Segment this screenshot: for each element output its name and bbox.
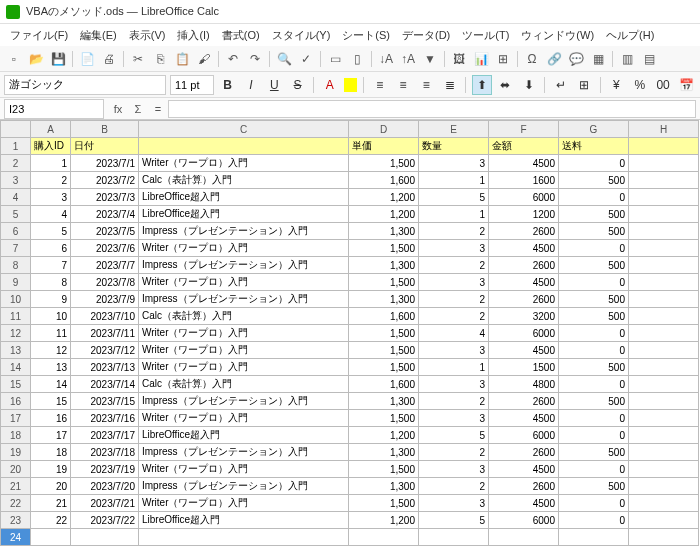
row-header[interactable]: 6: [1, 223, 31, 240]
cell[interactable]: Writer（ワープロ）入門: [139, 410, 349, 427]
column-icon[interactable]: ▯: [347, 49, 367, 69]
row-header[interactable]: 3: [1, 172, 31, 189]
cell[interactable]: 3: [419, 342, 489, 359]
col-header-C[interactable]: C: [139, 121, 349, 138]
row-header[interactable]: 2: [1, 155, 31, 172]
spreadsheet-grid[interactable]: ABCDEFGH1購入ID日付単価数量金額送料212023/7/1Writer（…: [0, 120, 700, 547]
row-header[interactable]: 11: [1, 308, 31, 325]
cell[interactable]: Writer（ワープロ）入門: [139, 495, 349, 512]
cell[interactable]: 10: [31, 308, 71, 325]
strikethrough-button[interactable]: S: [288, 75, 307, 95]
cell[interactable]: 4500: [489, 410, 559, 427]
cell[interactable]: 3: [419, 461, 489, 478]
cell[interactable]: 1,500: [349, 495, 419, 512]
cell[interactable]: 1,500: [349, 240, 419, 257]
row-header[interactable]: 18: [1, 427, 31, 444]
cell[interactable]: LibreOffice超入門: [139, 206, 349, 223]
cell[interactable]: 1,600: [349, 376, 419, 393]
row-header[interactable]: 7: [1, 240, 31, 257]
row-header[interactable]: 22: [1, 495, 31, 512]
cell[interactable]: 2600: [489, 444, 559, 461]
cell[interactable]: Impress（プレゼンテーション）入門: [139, 257, 349, 274]
save-icon[interactable]: 💾: [48, 49, 68, 69]
cell[interactable]: 2: [419, 308, 489, 325]
cell[interactable]: [629, 478, 699, 495]
cell[interactable]: Impress（プレゼンテーション）入門: [139, 478, 349, 495]
cell[interactable]: Impress（プレゼンテーション）入門: [139, 393, 349, 410]
cell[interactable]: 1: [419, 206, 489, 223]
cell[interactable]: 6000: [489, 325, 559, 342]
cell[interactable]: 2023/7/5: [71, 223, 139, 240]
cell[interactable]: [629, 257, 699, 274]
cell[interactable]: [629, 444, 699, 461]
row-header[interactable]: 15: [1, 376, 31, 393]
paste-icon[interactable]: 📋: [172, 49, 192, 69]
underline-button[interactable]: U: [265, 75, 284, 95]
cell[interactable]: 2023/7/14: [71, 376, 139, 393]
cell[interactable]: 0: [559, 189, 629, 206]
cell[interactable]: 0: [559, 155, 629, 172]
cell[interactable]: 7: [31, 257, 71, 274]
cell[interactable]: 12: [31, 342, 71, 359]
row-icon[interactable]: ▭: [325, 49, 345, 69]
align-top-icon[interactable]: ⬆: [472, 75, 491, 95]
cell[interactable]: 9: [31, 291, 71, 308]
menu-item[interactable]: ツール(T): [456, 26, 515, 45]
cell[interactable]: [629, 308, 699, 325]
cell[interactable]: 2: [419, 478, 489, 495]
cell[interactable]: 21: [31, 495, 71, 512]
cell[interactable]: [419, 529, 489, 546]
font-name-input[interactable]: [4, 75, 166, 95]
bold-button[interactable]: B: [218, 75, 237, 95]
cell[interactable]: 500: [559, 172, 629, 189]
cell[interactable]: 2023/7/10: [71, 308, 139, 325]
cell[interactable]: 1,500: [349, 274, 419, 291]
date-icon[interactable]: 📅: [677, 75, 696, 95]
cell[interactable]: 2023/7/20: [71, 478, 139, 495]
cell[interactable]: 6000: [489, 427, 559, 444]
header-cell[interactable]: 日付: [71, 138, 139, 155]
cell[interactable]: 8: [31, 274, 71, 291]
header-cell[interactable]: 単価: [349, 138, 419, 155]
cell[interactable]: [629, 427, 699, 444]
corner-cell[interactable]: [1, 121, 31, 138]
cell[interactable]: 2023/7/9: [71, 291, 139, 308]
cell[interactable]: 3: [31, 189, 71, 206]
new-icon[interactable]: ▫: [4, 49, 24, 69]
cell[interactable]: 2600: [489, 478, 559, 495]
header-cell[interactable]: 送料: [559, 138, 629, 155]
copy-icon[interactable]: ⎘: [150, 49, 170, 69]
cell[interactable]: Calc（表計算）入門: [139, 308, 349, 325]
cell[interactable]: 0: [559, 325, 629, 342]
row-header[interactable]: 1: [1, 138, 31, 155]
cell[interactable]: 500: [559, 223, 629, 240]
menu-item[interactable]: 挿入(I): [171, 26, 215, 45]
cell[interactable]: [629, 189, 699, 206]
cell[interactable]: 1,500: [349, 342, 419, 359]
cell[interactable]: 1500: [489, 359, 559, 376]
cell[interactable]: 5: [419, 189, 489, 206]
cell[interactable]: LibreOffice超入門: [139, 189, 349, 206]
cell[interactable]: 2023/7/1: [71, 155, 139, 172]
function-wizard-icon[interactable]: fx: [108, 100, 128, 118]
cell[interactable]: 4800: [489, 376, 559, 393]
cell[interactable]: 2600: [489, 291, 559, 308]
cell[interactable]: LibreOffice超入門: [139, 427, 349, 444]
cell[interactable]: 2023/7/2: [71, 172, 139, 189]
cell[interactable]: 1: [419, 359, 489, 376]
equals-icon[interactable]: =: [148, 100, 168, 118]
cell[interactable]: 2023/7/3: [71, 189, 139, 206]
row-header[interactable]: 8: [1, 257, 31, 274]
row-header[interactable]: 4: [1, 189, 31, 206]
row-header[interactable]: 9: [1, 274, 31, 291]
cell[interactable]: 1,300: [349, 223, 419, 240]
cell[interactable]: [629, 172, 699, 189]
open-icon[interactable]: 📂: [26, 49, 46, 69]
row-header[interactable]: 14: [1, 359, 31, 376]
cell[interactable]: 0: [559, 495, 629, 512]
cell[interactable]: 1,300: [349, 393, 419, 410]
cell[interactable]: 2023/7/8: [71, 274, 139, 291]
cell[interactable]: [629, 393, 699, 410]
cell[interactable]: 6000: [489, 189, 559, 206]
cell[interactable]: 4: [419, 325, 489, 342]
